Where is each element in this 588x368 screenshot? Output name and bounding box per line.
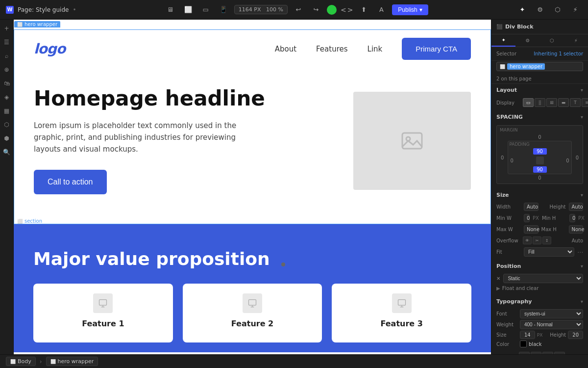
- nav-link-features[interactable]: Features: [316, 45, 348, 53]
- publish-button[interactable]: Publish ▾: [392, 4, 428, 15]
- weight-select[interactable]: 400 - Normal: [520, 320, 583, 329]
- typography-section-toggle[interactable]: Typography ▾: [491, 295, 588, 308]
- tablet-landscape-icon[interactable]: ⬜: [181, 3, 195, 17]
- nav-link-about[interactable]: About: [275, 45, 296, 53]
- display-more-btn[interactable]: ≡: [582, 98, 588, 107]
- selector-label: Selector: [496, 51, 516, 56]
- settings-icon[interactable]: ⚙: [533, 3, 547, 17]
- tab-motions[interactable]: ⚡: [564, 34, 588, 47]
- minw-input[interactable]: 0: [524, 214, 530, 222]
- svg-rect-2: [99, 300, 107, 306]
- nav-link-link[interactable]: Link: [368, 45, 383, 53]
- webflow-logo[interactable]: W: [6, 6, 14, 14]
- breadcrumb-hero-wrapper[interactable]: ⬜ hero wrapper: [46, 357, 98, 366]
- svg-rect-3: [249, 300, 256, 306]
- maxh-input[interactable]: None: [569, 225, 584, 234]
- weight-row: Weight 400 - Normal: [496, 320, 583, 329]
- code-toggle[interactable]: <>: [341, 6, 353, 14]
- undo-icon[interactable]: ↩: [292, 3, 305, 17]
- hero-cta-button[interactable]: Call to action: [34, 170, 107, 194]
- components-icon[interactable]: ⬡: [551, 3, 564, 17]
- position-select[interactable]: Static: [503, 274, 583, 283]
- display-flex-btn[interactable]: ⣿: [535, 98, 545, 107]
- padding-left-val[interactable]: 0: [510, 158, 513, 163]
- float-row[interactable]: ▶ Float and clear: [496, 285, 583, 292]
- minh-input[interactable]: 0: [569, 214, 575, 222]
- logic-icon[interactable]: ⬡: [1, 119, 13, 131]
- selector-tag[interactable]: ⬜ hero wrapper: [496, 62, 583, 71]
- color-row: Color black: [496, 341, 583, 347]
- fit-row: Fit Fill ⋯: [491, 246, 588, 258]
- padding-bottom-val[interactable]: 90: [533, 166, 547, 173]
- overflow-auto-label[interactable]: Auto: [572, 238, 583, 243]
- find-icon[interactable]: 🔍: [1, 146, 13, 158]
- navigator-icon[interactable]: ☰: [1, 36, 13, 48]
- cms-icon[interactable]: ⊕: [1, 64, 13, 76]
- margin-left-val[interactable]: 0: [499, 154, 506, 161]
- tab-style[interactable]: ✦: [491, 34, 515, 47]
- redo-icon[interactable]: ↪: [309, 3, 323, 17]
- div-block-icon: ⬛: [496, 24, 502, 29]
- nav-cta-button[interactable]: Primary CTA: [402, 38, 471, 60]
- position-label: Position: [496, 263, 521, 269]
- svg-rect-0: [402, 133, 422, 149]
- margin-right-val[interactable]: 0: [574, 154, 581, 161]
- position-section-toggle[interactable]: Position ▾: [491, 260, 588, 272]
- integrations-icon[interactable]: ⬢: [1, 132, 13, 144]
- topbar-center: 🖥 ⬜ ▭ 📱 1164 PX 100 % ↩ ↪ <> ⬆ A Publish…: [164, 3, 428, 17]
- style-panel-icon[interactable]: ✦: [515, 3, 529, 17]
- section-label: ⬜ section: [14, 218, 45, 224]
- tab-settings[interactable]: ⚙: [515, 34, 539, 47]
- overflow-label: Overflow: [496, 238, 521, 243]
- mobile-icon[interactable]: 📱: [217, 3, 230, 17]
- breadcrumb-body-label: Body: [18, 358, 31, 365]
- font-select[interactable]: system-ui: [520, 309, 583, 318]
- fit-select[interactable]: Fill: [524, 247, 574, 257]
- fit-more-icon[interactable]: ⋯: [577, 249, 583, 256]
- height-input[interactable]: Auto: [569, 203, 584, 211]
- size-section-toggle[interactable]: Size ▾: [491, 189, 588, 201]
- display-block-btn[interactable]: ▭: [523, 98, 534, 107]
- display-grid-btn[interactable]: ⊞: [546, 98, 557, 107]
- selector-inherit[interactable]: Inheriting 1 selector: [534, 51, 583, 56]
- display-label: Display: [496, 100, 521, 105]
- font-size-input[interactable]: 14: [520, 331, 535, 339]
- maxw-input[interactable]: None: [524, 225, 539, 234]
- panel-tabs: ✦ ⚙ ⬡ ⚡: [491, 34, 588, 47]
- display-text-btn[interactable]: T: [570, 98, 581, 107]
- export-icon[interactable]: ⬆: [357, 3, 370, 17]
- margin-bottom-val[interactable]: 0: [499, 174, 581, 182]
- display-inline-btn[interactable]: ▬: [558, 98, 569, 107]
- padding-top-val[interactable]: 90: [533, 148, 547, 155]
- width-label: Width: [496, 204, 521, 210]
- padding-right-val[interactable]: 0: [566, 158, 569, 163]
- overflow-scroll-icon[interactable]: ↕: [542, 237, 551, 244]
- ecommerce-icon[interactable]: 🛍: [1, 78, 13, 89]
- margin-top-val[interactable]: 0: [499, 133, 581, 141]
- maxw-row: Max W None Max H None: [491, 224, 588, 235]
- float-label: Float and clear: [502, 286, 539, 291]
- width-input[interactable]: Auto: [524, 203, 539, 211]
- share-icon[interactable]: A: [374, 3, 388, 17]
- desktop-icon[interactable]: 🖥: [164, 3, 177, 17]
- tab-interactions[interactable]: ⬡: [540, 34, 564, 47]
- feature-card-2: Feature 2: [183, 284, 322, 342]
- search-icon[interactable]: ⌕: [1, 50, 13, 62]
- spacing-section-toggle[interactable]: SPACING ▾: [491, 111, 588, 123]
- line-height-input[interactable]: 20: [568, 331, 583, 339]
- features-grid: Feature 1 Feature 2 Feature 3: [33, 284, 471, 342]
- breadcrumb-body[interactable]: ⬜ Body: [6, 357, 36, 366]
- overflow-icons: 👁 ✂ ↕: [523, 237, 551, 244]
- tablet-portrait-icon[interactable]: ▭: [199, 3, 213, 17]
- add-element-icon[interactable]: +: [1, 23, 13, 34]
- assets-icon[interactable]: ▦: [1, 105, 13, 117]
- lightning-icon[interactable]: ⚡: [568, 3, 582, 17]
- color-swatch[interactable]: [520, 341, 527, 347]
- components2-icon[interactable]: ◈: [1, 91, 13, 103]
- panel-title: Div Block: [505, 24, 533, 30]
- layout-section-toggle[interactable]: Layout ▾: [491, 84, 588, 96]
- padding-box: PADDING 90 0 0 90: [508, 141, 571, 174]
- left-sidebar: + ☰ ⌕ ⊕ 🛍 ◈ ▦ ⬡ ⬢ 🔍: [0, 20, 14, 354]
- overflow-hidden-icon[interactable]: ✂: [533, 237, 541, 244]
- overflow-visible-icon[interactable]: 👁: [523, 237, 532, 244]
